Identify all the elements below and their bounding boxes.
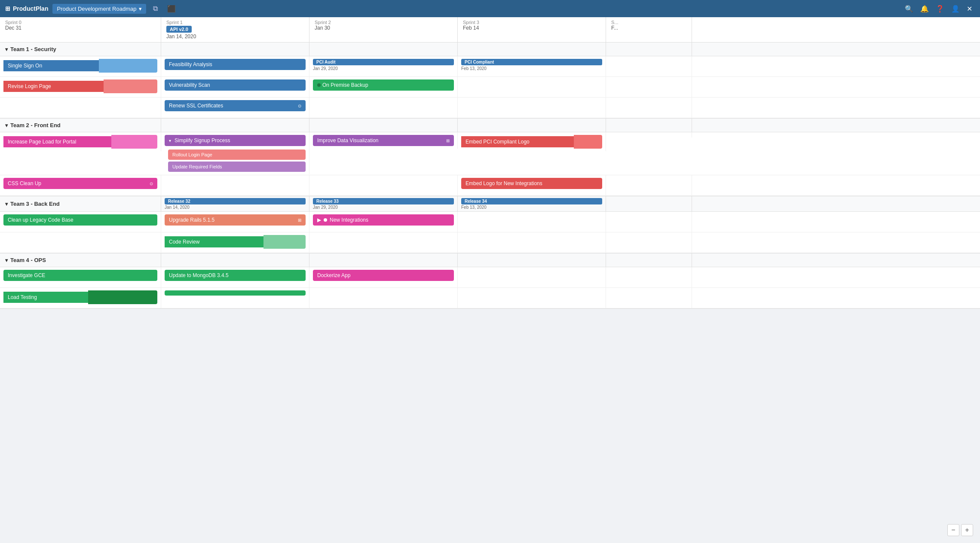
team-2-r1-c2: Improve Data Visualization ⊞ bbox=[309, 132, 458, 149]
update-mongodb-bar[interactable]: Update to MongoDB 3.4.5 bbox=[165, 270, 306, 281]
dropdown-arrow: ▾ bbox=[139, 6, 142, 12]
team-4-r1-c4 bbox=[606, 267, 692, 287]
code-review-bar[interactable]: Code Review bbox=[165, 235, 306, 249]
team-2-r1-c4 bbox=[606, 132, 692, 137]
team-2-spacer-3 bbox=[458, 119, 606, 132]
team-1-header: ▾ Team 1 - Security bbox=[0, 43, 980, 56]
release-32-date: Jan 14, 2020 bbox=[165, 205, 306, 210]
api-badge: API v2.0 bbox=[166, 26, 192, 33]
css-cleanup-label: CSS Clean Up bbox=[8, 180, 41, 186]
sprint-1-date: Jan 14, 2020 bbox=[166, 34, 304, 40]
sprint-3-cell: Sprint 3 Feb 14 bbox=[458, 17, 606, 42]
team-3-title-cell: ▾ Team 3 - Back End bbox=[0, 196, 161, 211]
team-3-chevron[interactable]: ▾ bbox=[5, 201, 8, 207]
css-icon: ⊙ bbox=[150, 181, 153, 186]
expand-icon-2: ⊞ bbox=[446, 138, 450, 143]
sprint-header-row: Sprint 0 Dec 31 Sprint 1 API v2.0 Jan 14… bbox=[0, 17, 980, 43]
sprint-1-cell: Sprint 1 API v2.0 Jan 14, 2020 bbox=[161, 17, 309, 42]
upgrade-rails-bar[interactable]: Upgrade Rails 5.1.5 ⊞ bbox=[165, 214, 306, 226]
copy-icon-btn[interactable]: ⧉ bbox=[150, 5, 160, 12]
team-1-r2-c1: Vulnerability Scan bbox=[161, 77, 309, 97]
expand-icon: ▾ bbox=[169, 138, 171, 143]
team-3-spacer-1: Release 32 Jan 14, 2020 bbox=[161, 196, 309, 211]
update-required-fields-bar[interactable]: Update Required Fields bbox=[168, 162, 306, 172]
brand-name: ProductPlan bbox=[13, 5, 48, 12]
team-1-r1-c4 bbox=[606, 56, 692, 76]
help-icon[interactable]: ❓ bbox=[933, 3, 947, 15]
user-icon[interactable]: 👤 bbox=[949, 3, 962, 15]
feasibility-analysis-bar[interactable]: Feasibility Analysis bbox=[165, 59, 306, 70]
release-34-date: Feb 13, 2020 bbox=[461, 205, 602, 210]
team-4-spacer-1 bbox=[161, 253, 309, 267]
search-icon[interactable]: 🔍 bbox=[902, 3, 916, 15]
rollout-login-bar[interactable]: Rollout Login Page bbox=[168, 149, 306, 160]
renew-ssl-bar[interactable]: Renew SSL Certificates ⊙ bbox=[165, 100, 306, 111]
on-premise-backup-bar[interactable]: On Premise Backup bbox=[313, 79, 454, 91]
team-2-title-cell: ▾ Team 2 - Front End bbox=[0, 119, 161, 132]
link-icon: ⊙ bbox=[298, 104, 301, 108]
investigate-gce-bar[interactable]: Investigate GCE bbox=[3, 270, 157, 281]
sprint-4-cell: S... F... bbox=[606, 17, 692, 42]
load-testing-bar[interactable]: Load Testing bbox=[3, 290, 157, 304]
team-4-header: ▾ Team 4 - OPS bbox=[0, 253, 980, 267]
embed-logo-integrations-bar[interactable]: Embed Logo for New Integrations bbox=[461, 178, 602, 189]
team-2-section: ▾ Team 2 - Front End Increase Page Load … bbox=[0, 119, 980, 196]
dockerize-app-bar[interactable]: Dockerize App bbox=[313, 270, 454, 281]
release-33-badge: Release 33 bbox=[313, 198, 454, 204]
team-3-r1-c0: Clean up Legacy Code Base bbox=[0, 212, 161, 232]
team-1-row-1: Single Sign On Feasibility Analysis PCI … bbox=[0, 56, 980, 77]
team-2-r2-c3: Embed Logo for New Integrations bbox=[458, 175, 606, 195]
team-2-header: ▾ Team 2 - Front End bbox=[0, 119, 980, 132]
team-4-title-cell: ▾ Team 4 - OPS bbox=[0, 253, 161, 267]
sprint-4-label: S... bbox=[611, 20, 686, 25]
expand-arrow: ▶ bbox=[317, 217, 321, 223]
team-3-row-2: Code Review bbox=[0, 232, 980, 253]
team-4-spacer-4 bbox=[606, 253, 692, 267]
css-cleanup-bar[interactable]: CSS Clean Up ⊙ bbox=[3, 178, 157, 189]
team-2-r2-c2 bbox=[309, 175, 458, 195]
team-3-r1-c1: Upgrade Rails 5.1.5 ⊞ bbox=[161, 212, 309, 232]
team-3-spacer-3: Release 34 Feb 13, 2020 bbox=[458, 196, 606, 211]
team-1-chevron[interactable]: ▾ bbox=[5, 46, 8, 52]
team-3-header: ▾ Team 3 - Back End Release 32 Jan 14, 2… bbox=[0, 196, 980, 212]
cleanup-legacy-bar[interactable]: Clean up Legacy Code Base bbox=[3, 214, 157, 226]
team-3-title: Team 3 - Back End bbox=[10, 201, 60, 207]
embed-pci-bar[interactable]: Embed PCI Compliant Logo bbox=[461, 135, 602, 149]
increase-page-load-bar[interactable]: Increase Page Load for Portal bbox=[3, 135, 157, 149]
bell-icon[interactable]: 🔔 bbox=[918, 3, 931, 15]
sprint-2-cell: Sprint 2 Jan 30 bbox=[309, 17, 458, 42]
single-sign-on-bar[interactable]: Single Sign On bbox=[3, 59, 157, 73]
team-2-chevron[interactable]: ▾ bbox=[5, 122, 8, 128]
team-3-row-1: Clean up Legacy Code Base Upgrade Rails … bbox=[0, 212, 980, 232]
top-navigation: ⊞ ProductPlan Product Development Roadma… bbox=[0, 0, 980, 17]
team-1-r2-c4 bbox=[606, 77, 692, 97]
roadmap-title-dropdown[interactable]: Product Development Roadmap ▾ bbox=[52, 4, 146, 14]
team-4-r2-c4 bbox=[606, 288, 692, 308]
team-4-spacer-2 bbox=[309, 253, 458, 267]
load-testing-cont-bar[interactable] bbox=[165, 290, 306, 296]
team-2-r1-c1: ▾ Simplify Signup Process Rollout Login … bbox=[161, 132, 309, 174]
sprint-3-label: Sprint 3 bbox=[463, 20, 600, 25]
team-3-r1-c2: ▶ New Integrations bbox=[309, 212, 458, 232]
share-icon-btn[interactable]: ⬛ bbox=[165, 5, 178, 13]
sprint-0-cell: Sprint 0 Dec 31 bbox=[0, 17, 161, 42]
team-2-spacer-1 bbox=[161, 119, 309, 132]
revise-login-bar[interactable]: Revise Login Page bbox=[3, 79, 157, 93]
close-icon[interactable]: ✕ bbox=[964, 3, 975, 15]
vulnerability-scan-bar[interactable]: Vulnerability Scan bbox=[165, 79, 306, 91]
team-1-r1-c3: PCI Compliant Feb 13, 2020 bbox=[458, 56, 606, 76]
team-4-r2-c1 bbox=[161, 288, 309, 308]
team-2-row-1: Increase Page Load for Portal ▾ Simplify… bbox=[0, 132, 980, 175]
pci-compliant-badge: PCI Compliant bbox=[461, 59, 602, 65]
team-4-chevron[interactable]: ▾ bbox=[5, 257, 8, 263]
improve-data-viz-bar[interactable]: Improve Data Visualization ⊞ bbox=[313, 135, 454, 146]
simplify-signup-bar[interactable]: ▾ Simplify Signup Process bbox=[165, 135, 306, 146]
grid-icon: ⊞ bbox=[5, 5, 10, 12]
release-34-badge: Release 34 bbox=[461, 198, 602, 204]
team-1-r3-c2 bbox=[309, 98, 458, 118]
team-1-r2-c3 bbox=[458, 77, 606, 97]
team-4-r1-c1: Update to MongoDB 3.4.5 bbox=[161, 267, 309, 287]
team-1-spacer-3 bbox=[458, 43, 606, 56]
team-2-r2-c0: CSS Clean Up ⊙ bbox=[0, 175, 161, 195]
new-integrations-bar[interactable]: ▶ New Integrations bbox=[313, 214, 454, 226]
